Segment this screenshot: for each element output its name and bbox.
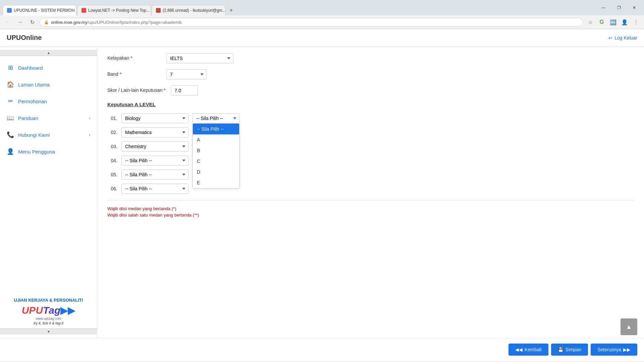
a-level-row-2: 02. Mathematics (107, 127, 634, 137)
sidebar-item-label-dashboard: Dashboard (18, 65, 43, 71)
banner-upu-text: UPU (22, 305, 43, 316)
logout-button[interactable]: ↩ Log Keluar (608, 35, 637, 41)
kembali-icon: ◀◀ (515, 347, 523, 352)
kelayakan-label: Kelayakan * (107, 53, 161, 61)
subject-select-1[interactable]: Biology (121, 113, 189, 123)
grade-dropdown-1-container: -- Sila Pilih -- -- Sila Pilih -- A B C … (193, 113, 239, 123)
row-number-3: 03. (107, 144, 117, 149)
skor-required: * (164, 87, 165, 93)
a-level-grid: 01. Biology -- Sila Pilih -- -- Sila Pil… (107, 113, 634, 194)
sidebar-scroll-up[interactable]: ▲ (0, 50, 97, 56)
sidebar-item-laman-utama[interactable]: 🏠 Laman Utama (0, 76, 97, 93)
translate-icon-button[interactable]: G (597, 17, 606, 27)
sidebar-item-hubungi-kami[interactable]: 📞 Hubungi Kami › (0, 126, 97, 143)
sidebar-banner: UJIAN KERJAYA & PERSONALITI UPU Tag ▶▶ w… (0, 294, 97, 328)
tab-2[interactable]: Lowyat.NET -> Posting New Top... ✕ (77, 5, 151, 15)
subject-select-3[interactable]: Chemistry (121, 141, 189, 152)
grade-dropdown-item-b[interactable]: B (193, 145, 239, 156)
row-number-4: 04. (107, 158, 117, 163)
profile-button[interactable]: 👤 (620, 17, 629, 27)
tab-3-favicon (156, 8, 161, 13)
grade-dropdown-item-c[interactable]: C (193, 156, 239, 167)
tab-1-favicon (7, 8, 12, 13)
reload-button[interactable]: ↻ (28, 17, 37, 27)
new-tab-button[interactable]: + (226, 5, 236, 15)
tab-2-label: Lowyat.NET -> Posting New Top... (88, 8, 150, 13)
skor-row: Skor / Lain-lain Keputusan * (107, 85, 634, 96)
tab-3[interactable]: (2,886 unread) - ikutsukiyuri@gm... ✕ (152, 5, 225, 15)
permohonan-icon: ✏ (7, 98, 14, 105)
back-to-top-button[interactable]: ▲ (621, 318, 637, 335)
lock-icon: 🔒 (44, 20, 49, 24)
sidebar-item-label-panduan: Panduan (18, 115, 38, 121)
hubungi-arrow-icon: › (89, 132, 90, 137)
sidebar-item-menu-pengguna[interactable]: 👤 Menu Pengguna (0, 143, 97, 160)
translate-button[interactable]: 🔤 (608, 17, 618, 27)
sidebar-item-panduan[interactable]: 📖 Panduan › (0, 110, 97, 126)
url-path: /upu/UPUOnline/fipta/index.php?page=akad… (87, 20, 182, 25)
restore-button[interactable]: ❐ (611, 3, 627, 13)
kelayakan-row: Kelayakan * IELTS (107, 53, 634, 63)
banner-logo: UPU Tag ▶▶ (5, 305, 92, 316)
grade-dropdown-item-a[interactable]: A (193, 134, 239, 145)
grade-dropdown-item-e[interactable]: E (193, 177, 239, 188)
menu-button[interactable]: ⋮ (631, 17, 641, 27)
simpan-button[interactable]: 💾 Simpan (551, 344, 588, 356)
row-number-1: 01. (107, 116, 117, 121)
kembali-label: Kembali (525, 347, 542, 352)
menu-pengguna-icon: 👤 (7, 148, 14, 155)
a-level-row-1: 01. Biology -- Sila Pilih -- -- Sila Pil… (107, 113, 634, 123)
grade-dropdown-item-sila-pilih[interactable]: -- Sila Pilih -- (193, 124, 239, 134)
a-level-row-6: 06. -- Sila Pilih -- (107, 184, 634, 194)
note-2: Wajib diisi salah satu medan yang bertan… (107, 213, 634, 218)
app-wrapper: UPUOnline ↩ Log Keluar ▲ ⊞ Dashboard 🏠 L… (0, 29, 644, 361)
sidebar-item-label-menu-pengguna: Menu Pengguna (18, 149, 55, 155)
note-1: Wajib diisi medan yang bertanda (*) (107, 206, 634, 211)
sidebar-item-label-laman-utama: Laman Utama (18, 82, 50, 87)
close-button[interactable]: ✕ (627, 3, 642, 13)
skor-input[interactable] (171, 85, 198, 96)
kelayakan-select-wrapper: IELTS (166, 53, 233, 63)
band-required: * (120, 71, 121, 77)
tab-bar: UPUONLINE - SISTEM PERMOH... ✕ Lowyat.NE… (3, 3, 236, 15)
sidebar-item-permohonan[interactable]: ✏ Permohonan (0, 93, 97, 110)
banner-url: www.uputag.com (5, 317, 92, 320)
sidebar-item-dashboard[interactable]: ⊞ Dashboard (0, 59, 97, 76)
sidebar-scroll-down[interactable]: ▼ (0, 328, 97, 335)
tab-1-label: UPUONLINE - SISTEM PERMOH... (14, 8, 76, 13)
grade-select-1[interactable]: -- Sila Pilih -- (193, 113, 239, 123)
a-level-row-5: 05. -- Sila Pilih -- (107, 170, 634, 180)
app-header: UPUOnline ↩ Log Keluar (0, 29, 644, 47)
band-label: Band * (107, 69, 161, 77)
banner-title: UJIAN KERJAYA & PERSONALITI (5, 298, 92, 303)
footer-bar: ◀◀ Kembali 💾 Simpan Seterusnya ▶▶ (0, 338, 644, 361)
band-select[interactable]: 7 (166, 69, 207, 79)
forward-nav-button[interactable]: → (15, 17, 25, 27)
url-bar[interactable]: 🔒 online.moe.gov.my/upu/UPUOnline/fipta/… (40, 18, 583, 27)
subject-select-5[interactable]: -- Sila Pilih -- (121, 170, 189, 180)
seterusnya-button[interactable]: Seterusnya ▶▶ (591, 344, 637, 356)
seterusnya-icon: ▶▶ (623, 347, 631, 352)
subject-select-4[interactable]: -- Sila Pilih -- (121, 156, 189, 166)
sidebar-item-label-permohonan: Permohonan (18, 99, 47, 104)
tab-1[interactable]: UPUONLINE - SISTEM PERMOH... ✕ (3, 5, 76, 15)
app-title: UPUOnline (7, 34, 42, 42)
kelayakan-select[interactable]: IELTS (166, 53, 233, 63)
grade-dropdown-item-d[interactable]: D (193, 167, 239, 177)
logout-label: Log Keluar (614, 35, 637, 41)
band-row: Band * 7 (107, 69, 634, 79)
subject-select-2[interactable]: Mathematics (121, 127, 189, 137)
a-level-row-3: 03. Chemistry (107, 141, 634, 152)
url-host: online.moe.gov.my (51, 20, 87, 25)
sidebar: ▲ ⊞ Dashboard 🏠 Laman Utama ✏ Permohonan… (0, 47, 97, 338)
minimize-button[interactable]: — (596, 3, 611, 13)
kembali-button[interactable]: ◀◀ Kembali (508, 344, 548, 356)
address-actions: ☆ G 🔤 👤 ⋮ (586, 17, 641, 27)
grade-dropdown-1-popup: -- Sila Pilih -- A B C D E (193, 123, 239, 188)
app-body: ▲ ⊞ Dashboard 🏠 Laman Utama ✏ Permohonan… (0, 47, 644, 338)
dashboard-icon: ⊞ (7, 64, 14, 71)
subject-select-6[interactable]: -- Sila Pilih -- (121, 184, 189, 194)
logout-icon: ↩ (608, 35, 612, 41)
back-nav-button[interactable]: ← (3, 17, 13, 27)
bookmark-button[interactable]: ☆ (586, 17, 595, 27)
